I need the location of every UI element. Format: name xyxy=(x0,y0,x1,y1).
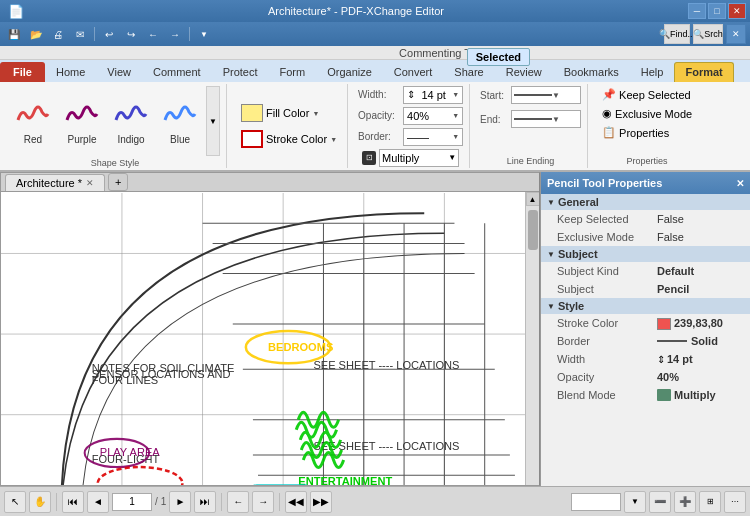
undo-button[interactable]: ↩ xyxy=(99,25,119,43)
doc-tab-architecture[interactable]: Architecture * ✕ xyxy=(5,174,105,191)
forward-nav-button[interactable]: → xyxy=(252,491,274,513)
new-tab-button[interactable]: + xyxy=(108,173,128,191)
end-dropdown[interactable]: ▼ xyxy=(552,115,560,124)
print-button[interactable]: 🖨 xyxy=(48,25,68,43)
ribbon: Red Purple Indigo xyxy=(0,82,750,172)
tab-format[interactable]: Format xyxy=(674,62,733,82)
keep-selected-button[interactable]: 📌 Keep Selected xyxy=(598,86,695,103)
shape-purple-button[interactable]: Purple xyxy=(59,96,105,147)
open-button[interactable]: 📂 xyxy=(26,25,46,43)
vertical-scrollbar[interactable]: ▲ ▼ xyxy=(525,192,539,486)
find-btn[interactable]: 🔍Find... xyxy=(664,24,690,44)
properties-group-label: Properties xyxy=(627,154,668,166)
more-shapes-button[interactable]: ▼ xyxy=(206,86,220,156)
document-canvas[interactable]: NOTES FOR SOIL CLIMATE SENSOR LOCATIONS … xyxy=(1,192,525,486)
tab-form[interactable]: Form xyxy=(269,62,317,82)
opacity-prop-val: 40% xyxy=(657,371,679,383)
start-dropdown[interactable]: ▼ xyxy=(552,91,560,100)
maximize-button[interactable]: □ xyxy=(708,3,726,19)
qa-more-button[interactable]: ▼ xyxy=(194,25,214,43)
fill-color-button[interactable]: Fill Color ▼ xyxy=(237,102,323,124)
search-btn[interactable]: 🔍Srch xyxy=(693,24,723,44)
stroke-dropdown-icon[interactable]: ▼ xyxy=(330,136,337,143)
end-input[interactable]: ▼ xyxy=(511,110,581,128)
indigo-wave-icon xyxy=(114,98,148,132)
save-button[interactable]: 💾 xyxy=(4,25,24,43)
general-triangle-icon: ▼ xyxy=(547,198,555,207)
zoom-in-button[interactable]: ➕ xyxy=(674,491,696,513)
tab-protect[interactable]: Protect xyxy=(212,62,269,82)
tab-help[interactable]: Help xyxy=(630,62,675,82)
tool-hand-button[interactable]: ✋ xyxy=(29,491,51,513)
tab-bookmarks[interactable]: Bookmarks xyxy=(553,62,630,82)
shape-red-button[interactable]: Red xyxy=(10,96,56,147)
tab-file[interactable]: File xyxy=(0,62,45,82)
opacity-prop-row: Opacity 40% xyxy=(541,368,750,386)
page-number-input[interactable]: 1 xyxy=(112,493,152,511)
style-section-header[interactable]: ▼ Style xyxy=(541,298,750,314)
stroke-color-button[interactable]: Stroke Color ▼ xyxy=(237,128,341,150)
subject-section-header[interactable]: ▼ Subject xyxy=(541,246,750,262)
blend-dropdown-icon[interactable]: ▼ xyxy=(448,153,456,162)
more-tools-button[interactable]: ⋯ xyxy=(724,491,746,513)
next-page-button[interactable]: ► xyxy=(169,491,191,513)
forward-button[interactable]: → xyxy=(165,25,185,43)
tab-home[interactable]: Home xyxy=(45,62,96,82)
tab-close-button[interactable]: ✕ xyxy=(86,178,94,188)
scroll-thumb[interactable] xyxy=(528,210,538,250)
fill-dropdown-icon[interactable]: ▼ xyxy=(312,110,319,117)
purple-label: Purple xyxy=(68,134,97,145)
zoom-input[interactable]: 100% xyxy=(571,493,621,511)
opacity-input[interactable]: 40% ▼ xyxy=(403,107,463,125)
email-button[interactable]: ✉ xyxy=(70,25,90,43)
first-page-button[interactable]: ⏮ xyxy=(62,491,84,513)
exclusive-mode-button[interactable]: ◉ Exclusive Mode xyxy=(598,105,696,122)
keep-selected-key: Keep Selected xyxy=(557,213,657,225)
last-page-button[interactable]: ⏭ xyxy=(194,491,216,513)
scroll-left-button[interactable]: ◀◀ xyxy=(285,491,307,513)
subject-key: Subject xyxy=(557,283,657,295)
blend-prop-row: Blend Mode Multiply xyxy=(541,386,750,404)
close-button[interactable]: ✕ xyxy=(728,3,746,19)
start-input[interactable]: ▼ xyxy=(511,86,581,104)
title-bar: 📄 Architecture* - PDF-XChange Editor ─ □… xyxy=(0,0,750,22)
selected-badge: Selected xyxy=(467,48,530,66)
minimize-button[interactable]: ─ xyxy=(688,3,706,19)
stroke-color-row: Stroke Color 239,83,80 xyxy=(541,314,750,332)
back-nav-button[interactable]: ← xyxy=(227,491,249,513)
border-row: Border: —— ▼ xyxy=(358,128,463,146)
shape-blue-button[interactable]: Blue xyxy=(157,96,203,147)
tab-convert[interactable]: Convert xyxy=(383,62,444,82)
properties-button[interactable]: 📋 Properties xyxy=(598,124,673,141)
tab-organize[interactable]: Organize xyxy=(316,62,383,82)
scroll-up-button[interactable]: ▲ xyxy=(526,192,540,206)
back-button[interactable]: ← xyxy=(143,25,163,43)
scroll-right-button[interactable]: ▶▶ xyxy=(310,491,332,513)
quick-access-toolbar: 💾 📂 🖨 ✉ ↩ ↪ ← → ▼ 🔍Find... 🔍Srch ✕ xyxy=(0,22,750,46)
border-style-key: Border xyxy=(557,335,657,347)
zoom-out-button[interactable]: ➖ xyxy=(649,491,671,513)
blend-prop-val: Multiply xyxy=(674,389,716,401)
ribbon-tabs: File Home View Comment Protect Form Orga… xyxy=(0,60,750,82)
border-spinner[interactable]: ▼ xyxy=(452,133,459,140)
width-spinner[interactable]: ▼ xyxy=(452,91,459,98)
border-input[interactable]: —— ▼ xyxy=(403,128,463,146)
opacity-spinner[interactable]: ▼ xyxy=(452,112,459,119)
redo-button[interactable]: ↪ xyxy=(121,25,141,43)
zoom-dropdown-button[interactable]: ▼ xyxy=(624,491,646,513)
width-input[interactable]: ⇕ 14 pt ▼ xyxy=(403,86,463,104)
tab-view[interactable]: View xyxy=(96,62,142,82)
tab-comment[interactable]: Comment xyxy=(142,62,212,82)
properties-close-button[interactable]: ✕ xyxy=(736,178,744,189)
blend-value: Multiply xyxy=(382,152,419,164)
width-prop-val: 14 pt xyxy=(667,353,693,365)
blend-mode-select[interactable]: Multiply ▼ xyxy=(379,149,459,167)
shape-style-label: Shape Style xyxy=(91,156,140,168)
shape-indigo-button[interactable]: Indigo xyxy=(108,96,154,147)
prev-page-button[interactable]: ◄ xyxy=(87,491,109,513)
exclusive-mode-row: Exclusive Mode False xyxy=(541,228,750,246)
fit-page-button[interactable]: ⊞ xyxy=(699,491,721,513)
qa-close-btn[interactable]: ✕ xyxy=(726,24,746,44)
general-section-header[interactable]: ▼ General xyxy=(541,194,750,210)
tool-select-button[interactable]: ↖ xyxy=(4,491,26,513)
